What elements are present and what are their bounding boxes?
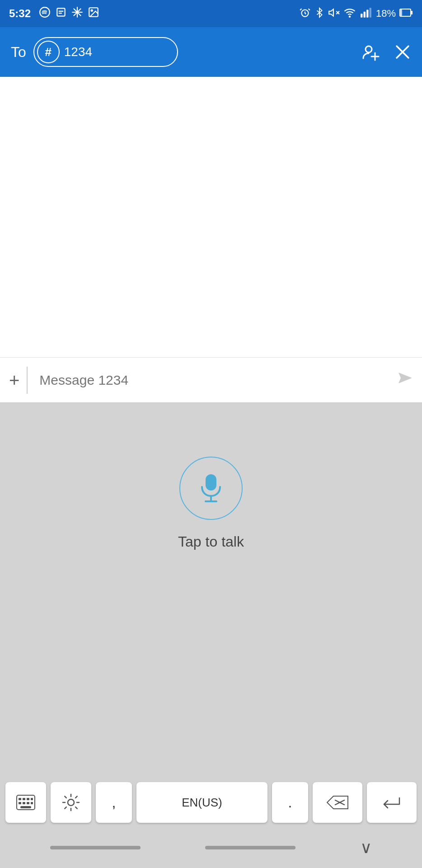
svg-point-7	[349, 16, 350, 17]
svg-rect-26	[23, 798, 25, 800]
battery-percentage: 18%	[376, 8, 396, 19]
signal-icon	[360, 7, 372, 21]
klipboard-icon	[55, 6, 67, 21]
svg-rect-13	[411, 11, 413, 14]
svg-rect-28	[31, 798, 33, 800]
enter-key[interactable]	[367, 782, 417, 823]
svg-rect-29	[19, 802, 21, 804]
nav-chevron-down[interactable]: ∨	[360, 838, 372, 857]
voice-section: Tap to talk	[178, 457, 244, 550]
svg-rect-11	[370, 8, 371, 18]
status-bar-left: 5:32	[9, 6, 99, 21]
nav-indicator-center	[205, 846, 295, 849]
header-bar: To # 1234	[0, 27, 422, 77]
snowflake-icon	[71, 6, 83, 21]
microphone-icon	[197, 472, 225, 504]
svg-marker-20	[399, 373, 412, 383]
svg-rect-33	[20, 806, 31, 808]
send-button[interactable]	[395, 370, 413, 390]
mic-button[interactable]	[179, 457, 243, 520]
backspace-key[interactable]	[313, 782, 362, 823]
status-time: 5:32	[9, 7, 31, 20]
comma-key[interactable]: ,	[96, 782, 132, 823]
svg-point-3	[91, 10, 93, 11]
svg-rect-25	[19, 798, 21, 800]
spotify-icon	[39, 6, 51, 21]
language-key[interactable]: EN(US)	[136, 782, 267, 823]
status-bar-right: 18%	[299, 7, 413, 21]
to-label: To	[11, 44, 26, 61]
nav-indicator-left	[50, 846, 141, 849]
period-key[interactable]: .	[272, 782, 308, 823]
input-divider	[27, 367, 28, 394]
svg-rect-31	[27, 802, 29, 804]
attach-button[interactable]: +	[9, 371, 19, 389]
svg-point-15	[366, 46, 372, 52]
image-icon	[88, 6, 99, 21]
svg-rect-32	[31, 802, 33, 804]
bluetooth-icon	[314, 7, 324, 21]
svg-rect-9	[364, 11, 366, 17]
svg-rect-30	[23, 802, 25, 804]
header-actions	[361, 42, 411, 62]
keyboard-bottom-row: , EN(US) .	[0, 782, 422, 823]
wifi-icon	[343, 7, 356, 21]
tap-to-talk-label: Tap to talk	[178, 533, 244, 550]
status-bar: 5:32	[0, 0, 422, 27]
close-button[interactable]	[394, 43, 411, 61]
svg-rect-27	[27, 798, 29, 800]
add-contact-button[interactable]	[361, 42, 380, 62]
svg-rect-21	[206, 474, 216, 491]
svg-rect-10	[366, 9, 368, 17]
mute-icon	[328, 7, 340, 21]
message-input[interactable]	[35, 373, 388, 388]
message-area	[0, 77, 422, 357]
battery-icon	[399, 8, 413, 20]
chip-number: 1234	[64, 45, 92, 59]
svg-rect-14	[400, 9, 402, 16]
alarm-icon	[299, 7, 311, 21]
svg-rect-1	[57, 8, 65, 16]
svg-rect-8	[361, 14, 362, 18]
chip-hash-icon: #	[37, 41, 60, 63]
recipient-chip[interactable]: # 1234	[33, 37, 178, 67]
svg-point-34	[68, 799, 74, 806]
keyboard-settings-key[interactable]	[51, 782, 91, 823]
nav-bar: ∨	[0, 827, 422, 868]
keyboard-toggle-key[interactable]	[5, 782, 46, 823]
message-input-bar: +	[0, 357, 422, 402]
